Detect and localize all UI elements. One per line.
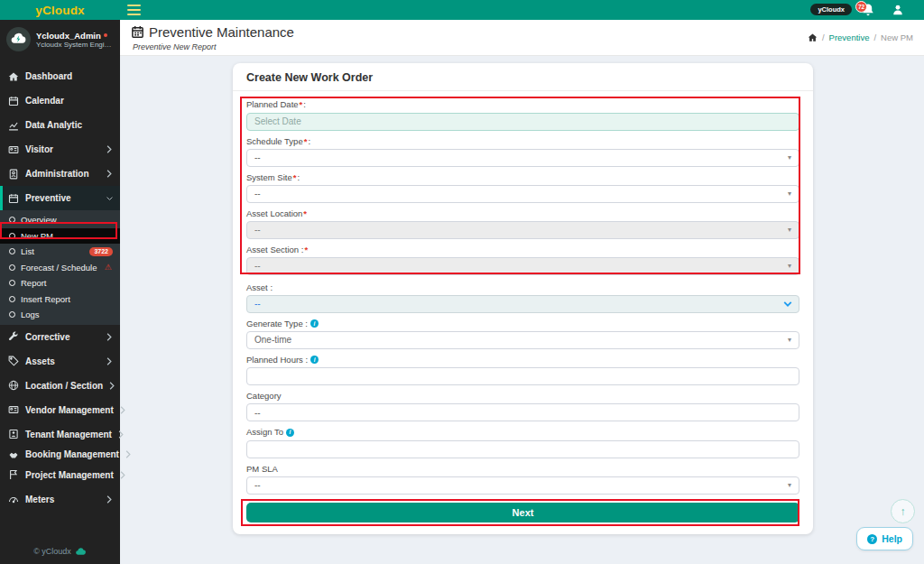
asset-label: Asset : — [246, 282, 799, 293]
asset-location-select: --▾ — [246, 221, 799, 239]
asset-section-label: Asset Section : * — [246, 245, 799, 255]
chevron-right-icon — [120, 471, 125, 479]
planned-date-input[interactable] — [246, 113, 799, 131]
wrench-icon — [7, 331, 19, 343]
category-select[interactable]: -- — [246, 403, 799, 421]
planned-hours-label: Planned Hours :i — [246, 355, 799, 365]
field-asset-section: Asset Section : * --▾ — [246, 245, 799, 275]
circle-icon — [9, 217, 15, 223]
sidebar-item-location-section[interactable]: Location / Section — [0, 374, 120, 398]
id-card-icon — [7, 143, 19, 155]
card-title: Create New Work Order — [233, 63, 813, 91]
breadcrumb-link-preventive[interactable]: Preventive — [829, 32, 870, 42]
tag-icon — [7, 356, 19, 367]
sidebar-item-dashboard[interactable]: Dashboard — [0, 64, 120, 88]
calendar-icon — [7, 192, 19, 204]
sidebar-item-booking-management[interactable]: Booking Management — [0, 447, 120, 463]
globe-icon — [7, 380, 19, 392]
sidebar-item-meters[interactable]: Meters — [0, 487, 120, 512]
field-system-site: System Site * : --▾ — [246, 172, 799, 203]
calendar-icon — [7, 95, 19, 106]
chevron-right-icon — [125, 450, 131, 458]
chevron-right-icon — [106, 333, 113, 341]
field-schedule-type: Schedule Type * : --▾ — [246, 136, 799, 167]
next-button[interactable]: Next — [246, 503, 799, 522]
cloud-icon — [75, 547, 87, 556]
sidebar-item-list[interactable]: List3722 — [0, 244, 120, 260]
caret-down-icon: ▾ — [788, 154, 791, 162]
account-pill[interactable]: yCloudx — [810, 4, 852, 15]
help-button[interactable]: ? Help — [856, 527, 913, 550]
field-category: Category -- — [246, 391, 799, 421]
page-subtitle: Preventive New Report — [133, 42, 217, 51]
sidebar-item-tenant-management[interactable]: Tenant Management — [0, 422, 120, 447]
breadcrumb: / Preventive / New PM — [808, 32, 913, 42]
sidebar-item-administration[interactable]: Administration — [0, 162, 120, 186]
sidebar-item-project-management[interactable]: Project Management — [0, 463, 120, 487]
assign-to-label: Assign Toi — [246, 427, 799, 438]
admin-badge-icon — [7, 168, 19, 180]
sidebar-item-preventive[interactable]: Preventive — [0, 186, 120, 210]
sidebar-item-insert-report[interactable]: Insert Report — [0, 291, 120, 308]
circle-icon — [9, 248, 15, 254]
sidebar-menu: Dashboard Calendar Data Analytic Visitor… — [0, 64, 120, 512]
breadcrumb-current: New PM — [881, 32, 913, 42]
schedule-type-select[interactable]: --▾ — [246, 149, 799, 167]
chevron-right-icon — [109, 382, 115, 390]
caret-down-icon: ▾ — [788, 190, 791, 198]
field-generate-type: Generate Type :i One-time▾ — [246, 319, 799, 349]
generate-type-select[interactable]: One-time▾ — [246, 331, 799, 349]
user-panel: Ycloudx_Admin Ycloudx System Engin... — [0, 20, 120, 60]
sidebar-item-report[interactable]: Report — [0, 275, 120, 291]
field-planned-hours: Planned Hours :i — [246, 355, 799, 386]
caret-down-icon: ▾ — [788, 482, 791, 489]
system-site-select[interactable]: --▾ — [246, 185, 799, 203]
home-icon — [7, 70, 19, 82]
info-icon[interactable]: i — [310, 356, 319, 364]
user-icon[interactable] — [892, 4, 904, 16]
info-icon[interactable]: i — [286, 429, 294, 437]
scroll-to-top-button[interactable]: ↑ — [891, 499, 915, 523]
avatar — [6, 27, 31, 51]
sidebar-item-forecast-schedule[interactable]: Forecast / Schedule⚠ — [0, 260, 120, 276]
topbar: yCloudx yCloudx 72 — [0, 0, 924, 20]
hamburger-menu-icon[interactable] — [127, 5, 141, 15]
sidebar-item-new-pm[interactable]: New PM — [0, 228, 120, 245]
sidebar-item-assets[interactable]: Assets — [0, 349, 120, 374]
caret-down-icon: ▾ — [788, 337, 791, 344]
planned-hours-input[interactable] — [246, 367, 799, 385]
sidebar-item-logs[interactable]: Logs — [0, 307, 120, 323]
caret-down-icon: ▾ — [788, 227, 791, 234]
create-work-order-card: Create New Work Order Planned Date * : S… — [233, 63, 813, 534]
sidebar-item-calendar[interactable]: Calendar — [0, 88, 120, 113]
notification-count-badge: 72 — [855, 1, 867, 13]
calendar-icon — [131, 25, 144, 39]
arrow-up-icon: ↑ — [901, 505, 906, 518]
sidebar-item-data-analytic[interactable]: Data Analytic — [0, 113, 120, 137]
sidebar-footer: © yCloudx — [0, 547, 120, 556]
form-area: Planned Date * : Schedule Type * : --▾ S… — [233, 91, 813, 495]
caret-down-icon: ▾ — [788, 263, 791, 270]
preventive-submenu: Overview New PM List3722 Forecast / Sche… — [0, 210, 120, 325]
chevron-right-icon — [118, 430, 124, 439]
field-planned-date: Planned Date * : — [246, 99, 799, 131]
circle-icon — [9, 311, 15, 318]
asset-select[interactable]: -- — [246, 295, 799, 313]
page-title: Preventive Maintenance — [131, 24, 294, 40]
assign-to-input[interactable] — [246, 440, 799, 458]
info-icon[interactable]: i — [310, 319, 319, 328]
home-icon[interactable] — [808, 32, 818, 42]
field-asset-location: Asset Location * --▾ — [246, 208, 799, 239]
count-badge: 3722 — [89, 247, 113, 256]
sidebar-item-corrective[interactable]: Corrective — [0, 325, 120, 349]
id-card-icon — [7, 404, 19, 416]
pm-sla-select[interactable]: --▾ — [246, 476, 799, 495]
chevron-right-icon — [106, 145, 113, 153]
chevron-down-icon — [106, 194, 113, 202]
sidebar-item-overview[interactable]: Overview — [0, 212, 120, 228]
page-header: Preventive Maintenance Preventive New Re… — [120, 20, 924, 56]
user-role: Ycloudx System Engin... — [36, 41, 114, 49]
sidebar-item-vendor-management[interactable]: Vendor Management — [0, 398, 120, 422]
gauge-icon — [7, 494, 19, 505]
sidebar-item-visitor[interactable]: Visitor — [0, 137, 120, 162]
